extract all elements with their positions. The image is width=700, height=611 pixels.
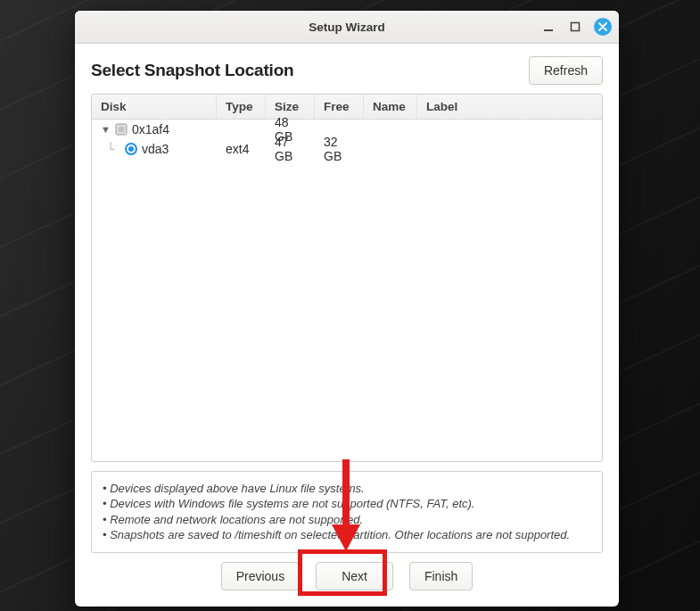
setup-wizard-window: Setup Wizard — [75, 11, 619, 607]
refresh-button[interactable]: Refresh — [529, 56, 603, 85]
finish-button[interactable]: Finish — [409, 562, 473, 590]
expand-caret-icon[interactable]: ▼ — [101, 124, 111, 135]
disk-label — [417, 128, 602, 131]
svg-point-3 — [119, 127, 124, 132]
minimize-button[interactable] — [540, 19, 556, 35]
disk-name: 0x1af4 — [132, 122, 169, 136]
minimize-icon — [543, 21, 554, 32]
note-line: Remote and network locations are not sup… — [103, 512, 591, 528]
column-header-type[interactable]: Type — [217, 95, 266, 119]
note-line: Snapshots are saved to /timeshift on sel… — [103, 527, 591, 543]
header-row: Select Snapshot Location Refresh — [91, 56, 603, 85]
partition-free: 32 GB — [315, 133, 364, 165]
notes-box: Devices displayed above have Linux file … — [91, 471, 603, 553]
close-icon — [598, 22, 607, 31]
content-area: Select Snapshot Location Refresh Disk Ty… — [75, 44, 619, 607]
maximize-button[interactable] — [567, 19, 583, 35]
window-title: Setup Wizard — [309, 21, 384, 34]
close-button[interactable] — [594, 18, 612, 36]
column-header-label[interactable]: Label — [417, 95, 602, 119]
disk-tree[interactable]: Disk Type Size Free Name Label ▼ — [91, 94, 603, 462]
disk-name-col — [364, 128, 417, 131]
page-title: Select Snapshot Location — [91, 61, 293, 80]
partition-label — [417, 147, 602, 151]
partition-name-col — [364, 147, 417, 151]
column-header-free[interactable]: Free — [315, 95, 364, 119]
partition-size: 47 GB — [266, 133, 315, 165]
partition-row[interactable]: └ vda3 ext4 47 GB 32 GB — [92, 139, 602, 159]
wizard-footer: Previous Next Finish — [91, 553, 603, 594]
tree-connector-icon: └ — [101, 142, 120, 156]
note-line: Devices with Windows file systems are no… — [103, 496, 591, 512]
disk-type — [217, 128, 266, 131]
partition-radio[interactable] — [125, 143, 137, 155]
hard-disk-icon — [115, 123, 128, 136]
svg-rect-1 — [572, 23, 580, 31]
partition-name: vda3 — [142, 142, 169, 156]
window-controls — [540, 11, 612, 43]
column-header-disk[interactable]: Disk — [92, 95, 217, 119]
tree-header: Disk Type Size Free Name Label — [92, 95, 602, 120]
partition-type: ext4 — [217, 140, 266, 158]
svg-rect-0 — [544, 29, 553, 31]
maximize-icon — [570, 21, 581, 32]
previous-button[interactable]: Previous — [221, 562, 300, 590]
disk-free — [315, 128, 364, 131]
column-header-name[interactable]: Name — [364, 95, 417, 119]
tree-body: ▼ 0x1af4 48 GB — [92, 120, 602, 159]
note-line: Devices displayed above have Linux file … — [103, 481, 591, 497]
titlebar: Setup Wizard — [75, 11, 619, 44]
next-button[interactable]: Next — [316, 562, 393, 590]
desktop-background: Setup Wizard — [0, 0, 700, 611]
